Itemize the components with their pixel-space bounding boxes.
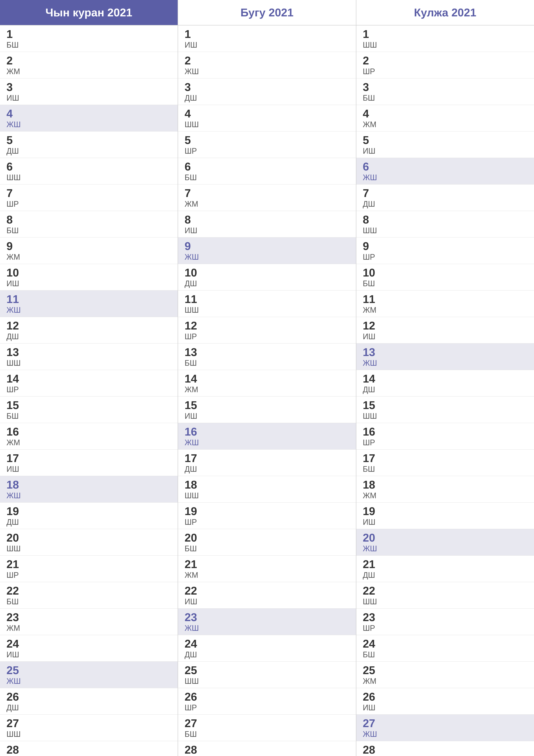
day-abbr: ЖШ	[363, 359, 527, 368]
day-abbr: ДШ	[363, 571, 527, 580]
day-number: 16	[185, 426, 349, 437]
day-number: 14	[363, 373, 527, 384]
day-cell: 9ЖМ	[0, 237, 178, 264]
day-number: 12	[185, 320, 349, 331]
day-cell: 24ДШ	[178, 635, 356, 662]
day-cell: 26ШР	[178, 688, 356, 715]
day-number: 13	[7, 346, 171, 358]
day-cell: 25ЖШ	[0, 662, 178, 688]
day-abbr: ЖМ	[7, 67, 171, 76]
day-cell: 3ИШ	[0, 78, 178, 105]
day-number: 18	[185, 479, 349, 490]
day-cell: 16ЖШ	[178, 423, 356, 449]
header-col2: Бугу 2021	[178, 0, 356, 25]
day-abbr: ДШ	[7, 518, 171, 527]
day-abbr: ШШ	[363, 226, 527, 235]
day-cell: 20ЖШ	[356, 529, 534, 555]
day-number: 9	[363, 240, 527, 252]
day-cell: 27ШШ	[0, 715, 178, 741]
day-cell: 17ДШ	[178, 449, 356, 476]
day-number: 20	[363, 532, 527, 543]
day-abbr: БШ	[363, 465, 527, 474]
day-number: 20	[7, 532, 171, 543]
day-abbr: ИШ	[7, 650, 171, 659]
day-abbr: ЖШ	[363, 730, 527, 739]
day-abbr: ИШ	[185, 226, 349, 235]
day-cell: 2ШР	[356, 52, 534, 78]
day-cell: 15БШ	[0, 396, 178, 423]
day-cell: 14ШР	[0, 370, 178, 396]
day-cell: 13ЖШ	[356, 343, 534, 370]
day-number: 25	[7, 664, 171, 676]
day-number: 27	[7, 717, 171, 729]
day-cell: 8БШ	[0, 211, 178, 237]
header-col2-label: Бугу 2021	[241, 6, 293, 19]
day-cell: 7ДШ	[356, 184, 534, 211]
day-abbr: ДШ	[185, 279, 349, 288]
day-abbr: ИШ	[363, 703, 527, 712]
header-col1-label: Чын куран 2021	[45, 6, 132, 19]
day-number: 2	[363, 55, 527, 66]
day-cell: 1ШШ	[356, 25, 534, 52]
day-number: 4	[363, 108, 527, 119]
day-abbr: ЖШ	[7, 677, 171, 686]
day-abbr: ИШ	[363, 518, 527, 527]
day-abbr: ДШ	[7, 147, 171, 156]
day-number: 2	[185, 55, 349, 66]
day-number: 27	[185, 717, 349, 729]
day-cell: 22БШ	[0, 582, 178, 608]
day-number: 3	[185, 81, 349, 93]
day-number: 14	[7, 373, 171, 384]
day-cell: 9ШР	[356, 237, 534, 264]
day-cell: 12ИШ	[356, 317, 534, 343]
day-number: 13	[363, 346, 527, 358]
day-cell: 15ШШ	[356, 396, 534, 423]
day-abbr: БШ	[185, 173, 349, 182]
day-abbr: ЖШ	[7, 120, 171, 129]
day-number: 26	[7, 691, 171, 702]
day-number: 25	[363, 664, 527, 676]
day-abbr: ЖШ	[7, 491, 171, 500]
day-cell: 12ДШ	[0, 317, 178, 343]
day-cell: 14ДШ	[356, 370, 534, 396]
day-number: 7	[363, 187, 527, 199]
day-abbr: ШР	[185, 703, 349, 712]
day-cell: 17БШ	[356, 449, 534, 476]
day-number: 19	[185, 505, 349, 517]
day-abbr: ЖМ	[363, 491, 527, 500]
day-cell: 23ШР	[356, 608, 534, 635]
day-cell: 22ШШ	[356, 582, 534, 608]
day-cell: 21ШР	[0, 555, 178, 582]
day-cell: 1ИШ	[178, 25, 356, 52]
day-abbr: ШШ	[363, 40, 527, 50]
day-abbr: ЖШ	[185, 438, 349, 447]
day-abbr: ЖМ	[363, 677, 527, 686]
day-number: 1	[7, 28, 171, 40]
day-number: 4	[7, 108, 171, 119]
day-abbr: ЖШ	[185, 67, 349, 76]
day-abbr: ИШ	[185, 597, 349, 606]
day-cell: 28ШР	[0, 741, 178, 756]
day-abbr: ЖШ	[185, 253, 349, 262]
day-number: 8	[363, 214, 527, 225]
day-abbr: ЖМ	[363, 120, 527, 129]
day-cell: 10ДШ	[178, 264, 356, 290]
day-number: 3	[363, 81, 527, 93]
day-number: 9	[7, 240, 171, 252]
day-abbr: ДШ	[7, 332, 171, 341]
day-abbr: БШ	[7, 226, 171, 235]
day-number: 5	[363, 134, 527, 146]
day-number: 24	[185, 638, 349, 649]
day-abbr: ШШ	[185, 120, 349, 129]
day-abbr: БШ	[185, 359, 349, 368]
day-number: 19	[7, 505, 171, 517]
day-abbr: ИШ	[185, 40, 349, 50]
day-abbr: ДШ	[363, 200, 527, 209]
day-abbr: ЖМ	[185, 571, 349, 580]
day-cell: 11ЖМ	[356, 290, 534, 317]
day-cell: 11ЖШ	[0, 290, 178, 317]
day-cell: 6БШ	[178, 158, 356, 184]
day-number: 24	[363, 638, 527, 649]
day-abbr: ИШ	[7, 465, 171, 474]
day-abbr: ДШ	[185, 465, 349, 474]
